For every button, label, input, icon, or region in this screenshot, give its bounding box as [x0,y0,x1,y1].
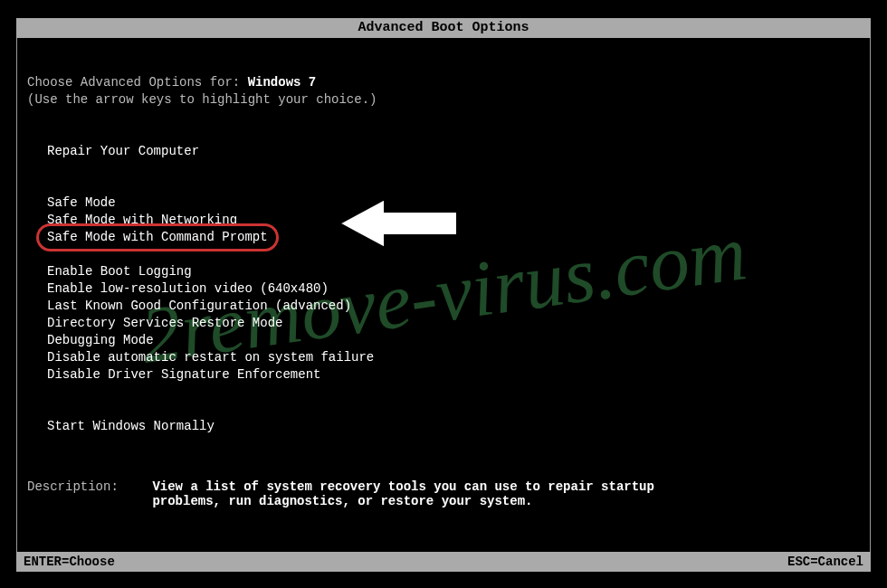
footer-bar: ENTER=Choose ESC=Cancel [16,552,871,572]
menu-item-safemode[interactable]: Safe Mode [47,194,860,212]
menu-item-lowres[interactable]: Enable low-resolution video (640x480) [47,280,860,298]
menu-item-noautorestart[interactable]: Disable automatic restart on system fail… [47,349,860,366]
description-text: View a list of system recovery tools you… [152,479,695,508]
description-label: Description: [27,479,145,494]
highlighted-option: Safe Mode with Command Prompt [47,229,268,246]
menu-item-dsrestore[interactable]: Directory Services Restore Mode [47,315,860,332]
menu-item-nosig[interactable]: Disable Driver Signature Enforcement [47,366,860,384]
header-prefix: Choose Advanced Options for: [27,75,248,90]
description-block: Description: View a list of system recov… [27,479,695,508]
boot-menu[interactable]: Repair Your Computer Safe Mode Safe Mode… [47,143,860,435]
menu-item-bootlog[interactable]: Enable Boot Logging [47,263,860,280]
header-line: Choose Advanced Options for: Windows 7 [27,74,860,91]
menu-item-repair[interactable]: Repair Your Computer [47,143,860,160]
menu-item-safemode-cmd[interactable]: Safe Mode with Command Prompt [47,229,860,246]
footer-esc-hint: ESC=Cancel [787,552,863,572]
title-bar: Advanced Boot Options [16,18,871,38]
menu-item-lkg[interactable]: Last Known Good Configuration (advanced) [47,298,860,315]
content-area: Choose Advanced Options for: Windows 7 (… [27,74,860,435]
menu-item-normal[interactable]: Start Windows Normally [47,418,860,435]
header-hint: (Use the arrow keys to highlight your ch… [27,91,860,109]
os-name: Windows 7 [248,75,317,90]
menu-item-debug[interactable]: Debugging Mode [47,332,860,349]
footer-enter-hint: ENTER=Choose [24,552,115,572]
